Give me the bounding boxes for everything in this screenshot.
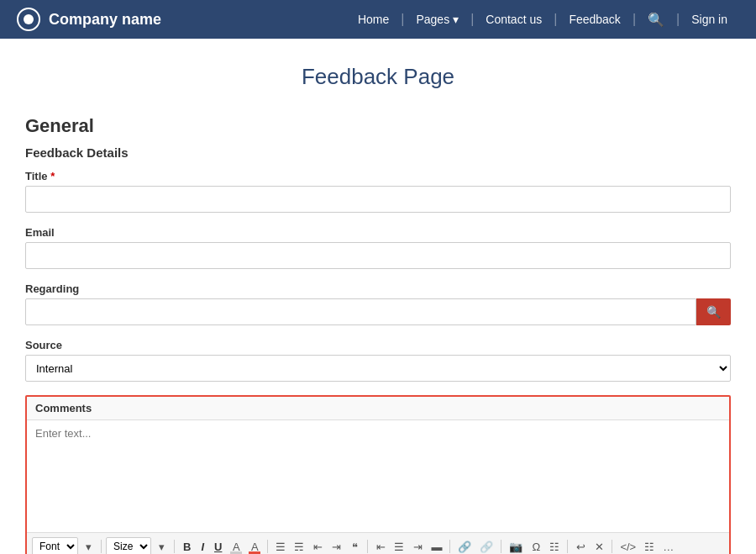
source-code-icon[interactable]: </> bbox=[617, 539, 639, 555]
email-label: Email bbox=[25, 226, 731, 239]
title-required: * bbox=[50, 170, 55, 182]
source-select[interactable]: Internal External Other bbox=[25, 355, 731, 382]
regarding-label: Regarding bbox=[25, 282, 731, 295]
nav-item-contact[interactable]: Contact us bbox=[474, 13, 554, 26]
page-title: Feedback Page bbox=[25, 55, 731, 90]
italic-button[interactable]: I bbox=[197, 539, 208, 555]
toolbar-divider-7 bbox=[567, 540, 568, 553]
font-dropdown-icon[interactable]: ▾ bbox=[80, 539, 97, 555]
unlink-icon[interactable]: 🔗 bbox=[476, 539, 496, 555]
toolbar-divider-1 bbox=[101, 540, 102, 553]
align-center-icon[interactable]: ☰ bbox=[391, 539, 407, 555]
bold-button[interactable]: B bbox=[179, 539, 195, 555]
toolbar-size-select[interactable]: Size bbox=[106, 537, 151, 554]
brand[interactable]: Company name bbox=[17, 8, 161, 31]
nav-item-search[interactable]: 🔍 bbox=[636, 12, 676, 28]
blockquote-icon[interactable]: ❝ bbox=[346, 539, 363, 555]
nav-item-pages[interactable]: Pages ▾ bbox=[404, 13, 470, 26]
decrease-indent-icon[interactable]: ⇤ bbox=[309, 539, 326, 555]
regarding-search-button[interactable]: 🔍 bbox=[696, 298, 731, 325]
source-field-group: Source Internal External Other bbox=[25, 339, 731, 382]
title-field-group: Title * bbox=[25, 170, 731, 213]
image-icon[interactable]: 📷 bbox=[506, 539, 526, 555]
toolbar-divider-5 bbox=[449, 540, 450, 553]
title-label: Title * bbox=[25, 170, 731, 182]
underline-button[interactable]: U bbox=[210, 539, 226, 555]
search-btn-icon: 🔍 bbox=[706, 305, 721, 319]
form-group-title: Feedback Details bbox=[25, 145, 731, 160]
brand-icon-inner bbox=[24, 14, 34, 24]
unordered-list-icon[interactable]: ☰ bbox=[272, 539, 289, 555]
toolbar-divider-8 bbox=[612, 540, 612, 553]
align-left-icon[interactable]: ⇤ bbox=[372, 539, 389, 555]
nav-item-home[interactable]: Home bbox=[346, 13, 401, 26]
toolbar-divider-2 bbox=[174, 540, 175, 553]
regarding-input[interactable] bbox=[25, 298, 696, 325]
brand-name: Company name bbox=[49, 11, 161, 29]
toolbar-divider-6 bbox=[501, 540, 501, 553]
source-label: Source bbox=[25, 339, 731, 351]
email-input[interactable] bbox=[25, 242, 731, 269]
nav-item-signin[interactable]: Sign in bbox=[680, 13, 739, 26]
size-dropdown-icon[interactable]: ▾ bbox=[153, 539, 170, 555]
toolbar-divider-4 bbox=[367, 540, 368, 553]
table-icon[interactable]: ☷ bbox=[546, 539, 563, 555]
redo-icon[interactable]: ✕ bbox=[591, 539, 607, 555]
justify-icon[interactable]: ▬ bbox=[428, 539, 445, 555]
comments-label: Comments bbox=[27, 397, 729, 420]
title-input[interactable] bbox=[25, 186, 731, 213]
section-title: General bbox=[25, 115, 731, 137]
link-icon[interactable]: 🔗 bbox=[454, 539, 475, 555]
dropdown-arrow-icon: ▾ bbox=[453, 13, 459, 26]
ordered-list-icon[interactable]: ☴ bbox=[291, 539, 307, 555]
regarding-input-wrapper: 🔍 bbox=[25, 298, 731, 325]
nav-item-feedback[interactable]: Feedback bbox=[557, 13, 632, 26]
editor-toolbar: Font ▾ Size ▾ B I U A A bbox=[27, 532, 729, 554]
regarding-field-group: Regarding 🔍 bbox=[25, 282, 731, 325]
undo-icon[interactable]: ↩ bbox=[572, 539, 589, 555]
toolbar-divider-3 bbox=[267, 540, 268, 553]
search-icon: 🔍 bbox=[648, 12, 664, 28]
page-content: Feedback Page General Feedback Details T… bbox=[0, 39, 756, 554]
more-icon[interactable]: … bbox=[659, 539, 677, 555]
brand-icon bbox=[17, 8, 40, 31]
special-char-icon[interactable]: Ω bbox=[528, 539, 544, 555]
toolbar-font-select[interactable]: Font bbox=[32, 537, 78, 554]
nav-menu: Home | Pages ▾ | Contact us | Feedback |… bbox=[346, 12, 739, 28]
navbar: Company name Home | Pages ▾ | Contact us… bbox=[0, 0, 756, 39]
align-right-icon[interactable]: ⇥ bbox=[409, 539, 426, 555]
highlight-color-icon[interactable]: A bbox=[228, 539, 244, 555]
email-field-group: Email bbox=[25, 226, 731, 269]
grid-icon[interactable]: ☷ bbox=[641, 539, 658, 555]
comments-editor: Comments Font ▾ Size ▾ B I U A bbox=[25, 395, 731, 554]
text-color-icon[interactable]: A bbox=[246, 539, 263, 555]
comments-textarea[interactable] bbox=[27, 420, 729, 530]
increase-indent-icon[interactable]: ⇥ bbox=[328, 539, 344, 555]
